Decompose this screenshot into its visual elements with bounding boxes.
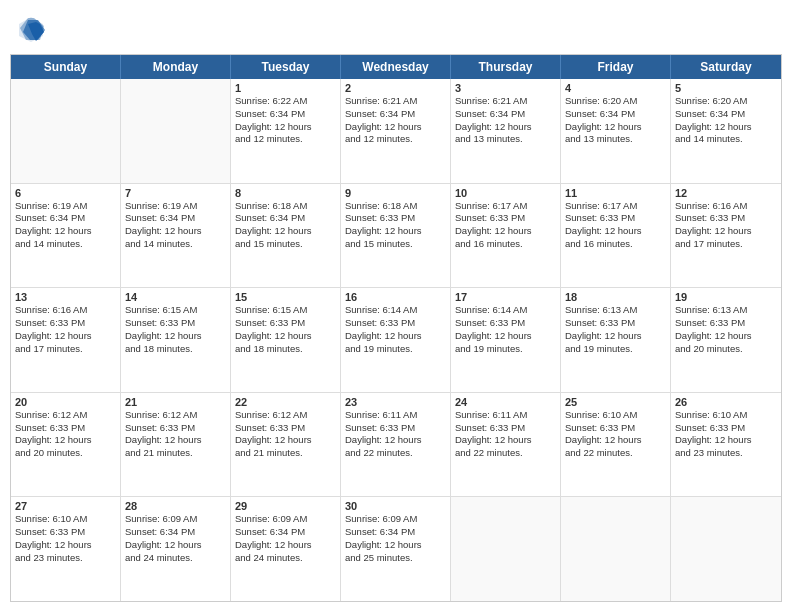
cell-line-1: Sunset: 6:33 PM — [565, 422, 666, 435]
calendar-row-3: 20Sunrise: 6:12 AMSunset: 6:33 PMDayligh… — [11, 393, 781, 498]
day-number: 23 — [345, 396, 446, 408]
cell-line-0: Sunrise: 6:12 AM — [125, 409, 226, 422]
cell-line-0: Sunrise: 6:12 AM — [15, 409, 116, 422]
cell-line-1: Sunset: 6:33 PM — [345, 317, 446, 330]
day-cell-3: 3Sunrise: 6:21 AMSunset: 6:34 PMDaylight… — [451, 79, 561, 183]
day-cell-18: 18Sunrise: 6:13 AMSunset: 6:33 PMDayligh… — [561, 288, 671, 392]
cell-line-0: Sunrise: 6:18 AM — [235, 200, 336, 213]
day-cell-26: 26Sunrise: 6:10 AMSunset: 6:33 PMDayligh… — [671, 393, 781, 497]
day-number: 29 — [235, 500, 336, 512]
day-cell-20: 20Sunrise: 6:12 AMSunset: 6:33 PMDayligh… — [11, 393, 121, 497]
cell-line-2: Daylight: 12 hours — [345, 539, 446, 552]
cell-line-3: and 15 minutes. — [345, 238, 446, 251]
cell-line-0: Sunrise: 6:10 AM — [675, 409, 777, 422]
cell-line-3: and 20 minutes. — [675, 343, 777, 356]
day-cell-14: 14Sunrise: 6:15 AMSunset: 6:33 PMDayligh… — [121, 288, 231, 392]
day-number: 18 — [565, 291, 666, 303]
weekday-header-thursday: Thursday — [451, 55, 561, 79]
cell-line-3: and 12 minutes. — [345, 133, 446, 146]
cell-line-3: and 25 minutes. — [345, 552, 446, 565]
cell-line-1: Sunset: 6:33 PM — [125, 422, 226, 435]
cell-line-2: Daylight: 12 hours — [15, 434, 116, 447]
cell-line-3: and 14 minutes. — [125, 238, 226, 251]
cell-line-0: Sunrise: 6:15 AM — [235, 304, 336, 317]
cell-line-0: Sunrise: 6:13 AM — [675, 304, 777, 317]
day-cell-28: 28Sunrise: 6:09 AMSunset: 6:34 PMDayligh… — [121, 497, 231, 601]
day-cell-30: 30Sunrise: 6:09 AMSunset: 6:34 PMDayligh… — [341, 497, 451, 601]
cell-line-3: and 17 minutes. — [675, 238, 777, 251]
day-number: 20 — [15, 396, 116, 408]
cell-line-0: Sunrise: 6:18 AM — [345, 200, 446, 213]
day-cell-11: 11Sunrise: 6:17 AMSunset: 6:33 PMDayligh… — [561, 184, 671, 288]
weekday-header-sunday: Sunday — [11, 55, 121, 79]
cell-line-1: Sunset: 6:33 PM — [345, 212, 446, 225]
day-cell-8: 8Sunrise: 6:18 AMSunset: 6:34 PMDaylight… — [231, 184, 341, 288]
cell-line-0: Sunrise: 6:10 AM — [565, 409, 666, 422]
day-number: 6 — [15, 187, 116, 199]
cell-line-1: Sunset: 6:33 PM — [15, 526, 116, 539]
day-cell-empty-0-0 — [11, 79, 121, 183]
cell-line-3: and 23 minutes. — [15, 552, 116, 565]
cell-line-3: and 14 minutes. — [675, 133, 777, 146]
cell-line-3: and 24 minutes. — [235, 552, 336, 565]
day-cell-17: 17Sunrise: 6:14 AMSunset: 6:33 PMDayligh… — [451, 288, 561, 392]
cell-line-2: Daylight: 12 hours — [565, 434, 666, 447]
cell-line-2: Daylight: 12 hours — [15, 330, 116, 343]
cell-line-1: Sunset: 6:33 PM — [675, 212, 777, 225]
cell-line-0: Sunrise: 6:09 AM — [235, 513, 336, 526]
cell-line-3: and 12 minutes. — [235, 133, 336, 146]
cell-line-1: Sunset: 6:34 PM — [235, 212, 336, 225]
day-cell-1: 1Sunrise: 6:22 AMSunset: 6:34 PMDaylight… — [231, 79, 341, 183]
calendar-header: SundayMondayTuesdayWednesdayThursdayFrid… — [11, 55, 781, 79]
cell-line-2: Daylight: 12 hours — [455, 330, 556, 343]
weekday-header-monday: Monday — [121, 55, 231, 79]
day-number: 1 — [235, 82, 336, 94]
logo — [16, 14, 48, 44]
day-cell-27: 27Sunrise: 6:10 AMSunset: 6:33 PMDayligh… — [11, 497, 121, 601]
day-cell-6: 6Sunrise: 6:19 AMSunset: 6:34 PMDaylight… — [11, 184, 121, 288]
cell-line-3: and 14 minutes. — [15, 238, 116, 251]
cell-line-1: Sunset: 6:33 PM — [565, 212, 666, 225]
cell-line-2: Daylight: 12 hours — [15, 539, 116, 552]
weekday-header-saturday: Saturday — [671, 55, 781, 79]
day-number: 10 — [455, 187, 556, 199]
cell-line-1: Sunset: 6:33 PM — [675, 422, 777, 435]
cell-line-3: and 18 minutes. — [125, 343, 226, 356]
cell-line-0: Sunrise: 6:13 AM — [565, 304, 666, 317]
cell-line-2: Daylight: 12 hours — [345, 330, 446, 343]
day-cell-empty-0-1 — [121, 79, 231, 183]
cell-line-2: Daylight: 12 hours — [675, 330, 777, 343]
cell-line-1: Sunset: 6:34 PM — [235, 526, 336, 539]
cell-line-1: Sunset: 6:33 PM — [15, 317, 116, 330]
cell-line-2: Daylight: 12 hours — [565, 330, 666, 343]
day-cell-22: 22Sunrise: 6:12 AMSunset: 6:33 PMDayligh… — [231, 393, 341, 497]
cell-line-0: Sunrise: 6:19 AM — [125, 200, 226, 213]
cell-line-2: Daylight: 12 hours — [235, 330, 336, 343]
cell-line-3: and 18 minutes. — [235, 343, 336, 356]
day-number: 5 — [675, 82, 777, 94]
cell-line-3: and 21 minutes. — [235, 447, 336, 460]
cell-line-0: Sunrise: 6:21 AM — [345, 95, 446, 108]
cell-line-3: and 22 minutes. — [455, 447, 556, 460]
cell-line-2: Daylight: 12 hours — [345, 434, 446, 447]
day-cell-25: 25Sunrise: 6:10 AMSunset: 6:33 PMDayligh… — [561, 393, 671, 497]
day-number: 26 — [675, 396, 777, 408]
day-number: 2 — [345, 82, 446, 94]
cell-line-1: Sunset: 6:33 PM — [675, 317, 777, 330]
cell-line-2: Daylight: 12 hours — [675, 121, 777, 134]
day-cell-9: 9Sunrise: 6:18 AMSunset: 6:33 PMDaylight… — [341, 184, 451, 288]
day-number: 13 — [15, 291, 116, 303]
cell-line-0: Sunrise: 6:14 AM — [455, 304, 556, 317]
cell-line-1: Sunset: 6:34 PM — [455, 108, 556, 121]
calendar-row-4: 27Sunrise: 6:10 AMSunset: 6:33 PMDayligh… — [11, 497, 781, 601]
cell-line-3: and 16 minutes. — [455, 238, 556, 251]
day-number: 15 — [235, 291, 336, 303]
day-number: 4 — [565, 82, 666, 94]
weekday-header-friday: Friday — [561, 55, 671, 79]
cell-line-2: Daylight: 12 hours — [345, 121, 446, 134]
cell-line-2: Daylight: 12 hours — [565, 121, 666, 134]
cell-line-2: Daylight: 12 hours — [15, 225, 116, 238]
cell-line-2: Daylight: 12 hours — [455, 121, 556, 134]
calendar-row-2: 13Sunrise: 6:16 AMSunset: 6:33 PMDayligh… — [11, 288, 781, 393]
calendar-row-0: 1Sunrise: 6:22 AMSunset: 6:34 PMDaylight… — [11, 79, 781, 184]
